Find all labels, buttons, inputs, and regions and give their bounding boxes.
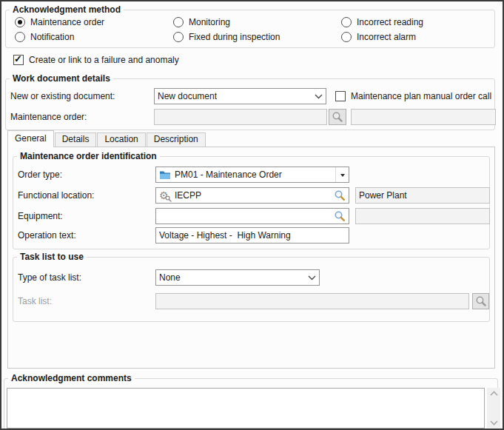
tab-details[interactable]: Details — [55, 132, 97, 147]
radio-label: Incorrect alarm — [357, 32, 416, 42]
tab-label: General — [15, 133, 47, 144]
dropdown-value: PM01 - Maintenance Order — [175, 169, 282, 180]
failure-anomaly-checkbox[interactable]: Create or link to a failure and anomaly — [13, 55, 179, 65]
radio-icon — [341, 32, 352, 42]
tab-general[interactable]: General — [7, 130, 54, 147]
search-icon[interactable] — [334, 210, 346, 222]
tab-label: Description — [154, 134, 198, 144]
comments-scrollbar[interactable] — [487, 388, 500, 429]
chevron-down-icon — [308, 275, 316, 280]
tab-bar: General Details Location Description — [7, 130, 206, 147]
radio-incorrect-reading[interactable]: Incorrect reading — [341, 17, 423, 27]
acknowledgment-comments-title: Acknowledgment comments — [8, 373, 135, 383]
type-of-task-list-label: Type of task list: — [18, 272, 81, 283]
order-type-dropdown[interactable]: PM01 - Maintenance Order — [155, 167, 349, 183]
radio-fixed-during-inspection[interactable]: Fixed during inspection — [173, 32, 280, 42]
tab-label: Details — [62, 134, 90, 144]
triangle-down-icon — [340, 174, 345, 179]
general-tab-panel: Maintenance order identification Order t… — [7, 147, 495, 369]
checkbox-label: Maintenance plan manual order call — [351, 91, 491, 101]
radio-icon — [341, 17, 352, 27]
maintenance-order-extra-field — [351, 109, 496, 125]
task-list-search-button — [472, 293, 489, 309]
maintenance-order-identification-title: Maintenance order identification — [17, 151, 160, 161]
acknowledgment-dialog: Acknowledgment method Maintenance order … — [0, 0, 504, 430]
acknowledgment-method-group: Acknowledgment method Maintenance order … — [5, 10, 495, 48]
checkbox-icon — [13, 55, 24, 65]
folder-icon — [159, 170, 171, 180]
tab-label: Location — [104, 134, 138, 144]
task-list-to-use-title: Task list to use — [17, 252, 87, 262]
functional-location-description-field: Power Plant — [355, 187, 490, 204]
radio-maintenance-order[interactable]: Maintenance order — [15, 17, 104, 27]
field-value: Voltage - Highest - High Warning — [159, 230, 291, 241]
radio-incorrect-alarm[interactable]: Incorrect alarm — [341, 32, 416, 42]
tab-location[interactable]: Location — [97, 132, 145, 147]
combobox-value: New document — [158, 91, 217, 101]
equipment-field[interactable] — [155, 208, 349, 224]
new-or-existing-label: New or existing document: — [10, 91, 115, 101]
functional-location-field[interactable]: ⚙ IECPP — [155, 187, 349, 204]
combobox-value: None — [159, 272, 181, 283]
radio-icon — [173, 17, 184, 27]
radio-label: Fixed during inspection — [189, 32, 280, 42]
field-value: IECPP — [175, 190, 201, 201]
chevron-down-icon — [315, 94, 323, 99]
field-value: Power Plant — [359, 190, 407, 201]
scroll-down-icon[interactable] — [490, 420, 498, 426]
radio-label: Incorrect reading — [357, 17, 423, 27]
radio-icon — [173, 32, 184, 42]
structure-search-icon: ⚙ — [159, 189, 171, 201]
work-document-details-group: Work document details New or existing do… — [5, 78, 495, 130]
maintenance-order-search-button — [329, 109, 346, 125]
type-of-task-list-combobox[interactable]: None — [155, 269, 320, 286]
maintenance-order-field — [154, 109, 327, 125]
operation-text-field[interactable]: Voltage - Highest - High Warning — [155, 227, 349, 243]
search-icon[interactable] — [334, 189, 346, 201]
maintenance-order-label: Maintenance order: — [10, 112, 87, 122]
acknowledgment-comments-textarea[interactable] — [7, 388, 485, 429]
tab-description[interactable]: Description — [147, 132, 206, 147]
operation-text-label: Operation text: — [18, 230, 76, 241]
radio-label: Maintenance order — [30, 17, 104, 27]
radio-icon — [15, 32, 25, 42]
maintenance-order-identification-group: Maintenance order identification Order t… — [13, 156, 490, 249]
checkbox-label: Create or link to a failure and anomaly — [29, 55, 179, 65]
scroll-up-icon[interactable] — [490, 391, 498, 396]
order-type-label: Order type: — [18, 169, 62, 180]
radio-icon — [15, 17, 25, 27]
manual-order-call-checkbox[interactable]: Maintenance plan manual order call — [335, 91, 491, 101]
task-list-to-use-group: Task list to use Type of task list: None… — [13, 257, 490, 322]
search-icon — [332, 111, 343, 123]
radio-notification[interactable]: Notification — [15, 32, 74, 42]
functional-location-label: Functional location: — [18, 190, 94, 201]
new-or-existing-combobox[interactable]: New document — [154, 88, 326, 104]
task-list-field — [155, 293, 469, 309]
equipment-label: Equipment: — [18, 211, 63, 221]
equipment-description-field — [355, 208, 490, 224]
radio-label: Notification — [30, 32, 74, 42]
checkbox-icon — [335, 91, 346, 101]
radio-monitoring[interactable]: Monitoring — [173, 17, 230, 27]
acknowledgment-method-title: Acknowledgment method — [10, 4, 124, 15]
radio-label: Monitoring — [189, 17, 230, 27]
task-list-label: Task list: — [18, 296, 52, 306]
work-document-details-title: Work document details — [10, 73, 113, 84]
search-icon — [475, 295, 487, 307]
dropdown-button[interactable] — [335, 167, 349, 182]
